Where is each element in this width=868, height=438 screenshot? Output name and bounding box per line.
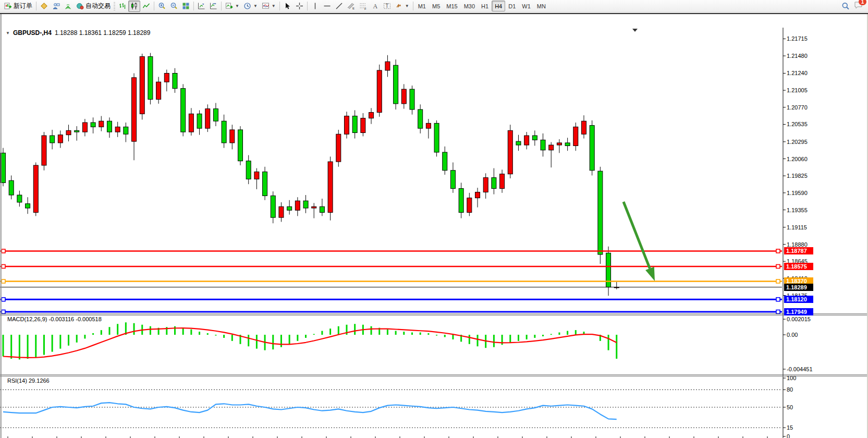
history-center-button[interactable] — [38, 1, 50, 12]
indicators-dropdown[interactable]: ▼ — [260, 1, 278, 12]
search-icon[interactable] — [841, 2, 850, 10]
chart-canvas[interactable] — [0, 13, 868, 438]
price-tick-label: 1.19825 — [787, 172, 808, 179]
macd-signal-value: -0.000518 — [76, 316, 102, 322]
experts-icon — [52, 2, 60, 10]
text-button[interactable]: A — [369, 1, 381, 12]
macd-scale-max: 0.002015 — [787, 315, 811, 323]
autotrading-button[interactable]: 自动交易 — [74, 1, 113, 12]
hline-price-tag: 1.17949 — [784, 308, 813, 315]
text-label-button[interactable]: T — [381, 1, 393, 12]
timeframe-button-W1[interactable]: W1 — [519, 1, 534, 11]
macd-main-value: -0.003116 — [48, 316, 74, 322]
toolbar: 新订单 自动交易 ▼ ▼ — [0, 0, 868, 13]
symbol-label: GBPUSD-,H4 — [13, 29, 52, 36]
chart-autoscroll-button[interactable] — [207, 1, 219, 12]
chevron-down-icon: ▼ — [235, 4, 239, 8]
autotrading-label: 自动交易 — [85, 2, 111, 10]
fibonacci-button[interactable]: F — [357, 1, 369, 12]
line-chart-button[interactable] — [140, 1, 152, 12]
candlestick-chart-icon — [130, 2, 138, 10]
timeframe-button-M1[interactable]: M1 — [415, 1, 429, 11]
new-chart-dropdown[interactable]: ▼ — [223, 1, 241, 12]
rsi-value: 29.1266 — [29, 378, 50, 384]
toolbar-separator — [193, 2, 194, 10]
zoom-in-icon — [158, 2, 166, 10]
trendline-icon — [335, 2, 343, 10]
hline-price-tag: 1.18120 — [784, 296, 813, 303]
zoom-out-button[interactable] — [168, 1, 180, 12]
line-chart-icon — [142, 2, 150, 10]
rsi-scale-label: 50 — [787, 404, 793, 411]
symbol-dropdown-arrow[interactable]: ▼ — [6, 31, 10, 35]
svg-text:F: F — [364, 7, 366, 10]
chat-badge: 1 — [859, 0, 866, 5]
horizontal-line-button[interactable] — [321, 1, 333, 12]
vertical-line-icon — [311, 2, 319, 10]
candlestick-chart-button[interactable] — [128, 1, 140, 12]
chart-window-border — [0, 14, 2, 438]
toolbar-right-group: 1 — [841, 1, 866, 11]
timeframe-button-M5[interactable]: M5 — [429, 1, 443, 11]
chevron-down-icon: ▼ — [272, 4, 276, 8]
new-order-icon — [4, 2, 12, 10]
price-tick-label: 1.19590 — [787, 189, 808, 197]
tile-windows-button[interactable] — [180, 1, 192, 12]
timeframe-button-M30[interactable]: M30 — [461, 1, 478, 11]
zoom-in-button[interactable] — [156, 1, 168, 12]
svg-text:E: E — [352, 7, 354, 10]
timeframe-clock-icon — [243, 2, 251, 10]
cursor-icon — [284, 2, 291, 10]
rsi-scale-label: 0 — [787, 433, 790, 438]
rsi-indicator-label: RSI(14) 29.1266 — [7, 378, 50, 384]
timeframe-button-D1[interactable]: D1 — [505, 1, 519, 11]
crosshair-button[interactable] — [294, 1, 305, 12]
new-chart-icon — [225, 2, 233, 10]
macd-scale-min: -0.004451 — [787, 366, 813, 373]
chart-window: ▼ GBPUSD-,H4 1.18288 1.18361 1.18259 1.1… — [0, 13, 868, 438]
timeframe-button-group: M1M5M15M30H1H4D1W1MN — [415, 1, 549, 11]
svg-text:T: T — [385, 3, 388, 9]
bar-chart-icon — [118, 2, 126, 10]
horizontal-line-icon — [323, 2, 331, 10]
toolbar-separator — [307, 2, 308, 10]
chart-title: ▼ GBPUSD-,H4 1.18288 1.18361 1.18259 1.1… — [5, 29, 150, 36]
chart-shift-icon — [198, 2, 205, 10]
new-order-label: 新订单 — [14, 2, 32, 10]
new-order-button[interactable]: 新订单 — [2, 1, 34, 12]
chart-shift-button[interactable] — [195, 1, 207, 12]
price-tick-label: 1.21240 — [787, 69, 808, 77]
rsi-scale-label: 100 — [787, 374, 796, 382]
arrow-shapes-dropdown[interactable]: ▼ — [393, 1, 411, 12]
price-tick-label: 1.21005 — [787, 87, 808, 94]
experts-button[interactable] — [50, 1, 62, 12]
hline-price-tag: 1.18575 — [784, 263, 813, 270]
timeframe-button-MN[interactable]: MN — [534, 1, 549, 11]
vertical-line-button[interactable] — [309, 1, 321, 12]
chart-window-border — [0, 13, 868, 14]
bar-chart-button[interactable] — [116, 1, 128, 12]
hline-price-tag: 1.18787 — [784, 247, 813, 254]
tile-windows-icon — [182, 2, 190, 10]
history-center-icon — [40, 2, 48, 10]
text-label-icon: T — [383, 2, 391, 10]
indicators-icon — [262, 2, 270, 10]
timeframe-button-H4[interactable]: H4 — [492, 1, 505, 11]
signals-button[interactable] — [62, 1, 74, 12]
trendline-button[interactable] — [333, 1, 345, 12]
equidistant-channel-icon: E — [347, 2, 355, 10]
current-price-tag: 1.18289 — [784, 284, 813, 291]
text-icon: A — [371, 2, 379, 10]
toolbar-separator — [221, 2, 222, 10]
arrow-shapes-icon — [395, 2, 403, 10]
timeframe-button-H1[interactable]: H1 — [478, 1, 492, 11]
price-tick-label: 1.19355 — [787, 206, 808, 214]
chat-button[interactable]: 1 — [854, 1, 863, 11]
fibonacci-icon: F — [359, 2, 367, 10]
equidistant-channel-button[interactable]: E — [345, 1, 357, 12]
signals-icon — [64, 2, 72, 10]
cursor-button[interactable] — [282, 1, 294, 12]
timeframe-button-M15[interactable]: M15 — [443, 1, 460, 11]
price-tick-label: 1.21480 — [787, 52, 808, 59]
timeframes-dropdown[interactable]: ▼ — [241, 1, 260, 12]
